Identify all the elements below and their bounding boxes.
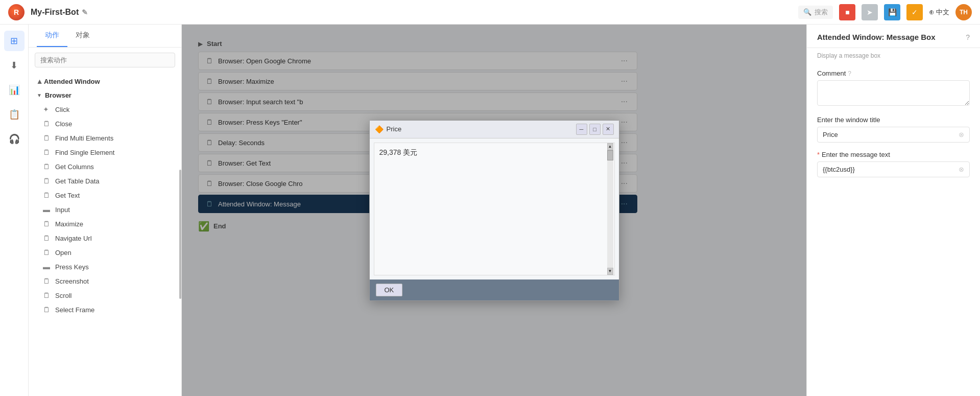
stop-button[interactable]: ■ xyxy=(839,4,855,20)
click-icon: ✦ xyxy=(43,105,51,113)
group-browser-header[interactable]: ▼ Browser xyxy=(29,88,181,102)
comment-textarea[interactable] xyxy=(817,80,970,106)
right-panel: Attended Window: Message Box ? Display a… xyxy=(806,25,980,396)
sidebar-item-grid[interactable]: ⊞ xyxy=(4,31,25,51)
action-get-table-data[interactable]: 🗒 Get Table Data xyxy=(29,174,181,188)
find-single-icon: 🗒 xyxy=(43,148,51,156)
tab-actions[interactable]: 动作 xyxy=(37,25,67,47)
comment-help-icon[interactable]: ? xyxy=(848,70,851,77)
action-select-frame[interactable]: 🗒 Select Frame xyxy=(29,302,181,317)
dialog-controls: ─ □ ✕ xyxy=(576,124,614,135)
dialog-scrollbar: ▲ ▼ xyxy=(607,143,613,275)
action-scroll[interactable]: 🗒 Scroll xyxy=(29,288,181,302)
send-button[interactable]: ➤ xyxy=(862,4,878,20)
press-keys-icon: ▬ xyxy=(43,263,51,271)
get-table-icon: 🗒 xyxy=(43,177,51,185)
edit-title-icon[interactable]: ✎ xyxy=(82,8,88,16)
message-text-input[interactable]: {{btc2usd}} ⊗ xyxy=(817,161,970,177)
open-icon: 🗒 xyxy=(43,248,51,257)
dialog-maximize-button[interactable]: □ xyxy=(589,124,601,135)
window-title-label: Enter the window title xyxy=(817,116,970,124)
expand-arrow-icon: ▼ xyxy=(37,92,42,98)
action-screenshot[interactable]: 🗒 Screenshot xyxy=(29,274,181,288)
canvas-area: ▶ Start 🗒 Browser: Open Google Chrome ··… xyxy=(182,25,806,396)
dialog-overlay: 🔶 Price ─ □ ✕ 29,378 美元 ▲ xyxy=(182,25,806,396)
window-title-input[interactable]: Price ⊗ xyxy=(817,127,970,143)
dialog-content-text: 29,378 美元 xyxy=(379,148,418,156)
right-panel-title: Attended Window: Message Box xyxy=(817,33,936,41)
right-panel-body: Comment ? Enter the window title Price ⊗… xyxy=(807,63,980,396)
action-find-multi-elements[interactable]: 🗒 Find Multi Elements xyxy=(29,131,181,145)
right-panel-header: Attended Window: Message Box ? xyxy=(807,25,980,48)
message-text-clear-icon[interactable]: ⊗ xyxy=(959,166,964,173)
required-marker: * xyxy=(817,151,820,158)
get-text-icon: 🗒 xyxy=(43,191,51,199)
icon-sidebar: ⊞ ⬇ 📊 📋 🎧 xyxy=(0,25,29,396)
header-search[interactable]: 🔍 搜索 xyxy=(798,6,833,19)
group-attended-window: ▶ Attended Window xyxy=(29,75,181,88)
sidebar-item-download[interactable]: ⬇ xyxy=(4,55,25,76)
dialog-titlebar: 🔶 Price ─ □ ✕ xyxy=(370,121,619,138)
actions-panel: 动作 对象 ▶ Attended Window ▼ Browser ✦ Cl xyxy=(29,25,182,396)
window-title-field-group: Enter the window title Price ⊗ xyxy=(817,116,970,143)
action-open[interactable]: 🗒 Open xyxy=(29,245,181,260)
sidebar-item-headphone[interactable]: 🎧 xyxy=(4,129,25,149)
user-avatar[interactable]: TH xyxy=(955,4,972,20)
collapse-arrow-icon: ▶ xyxy=(36,80,42,84)
action-maximize[interactable]: 🗒 Maximize xyxy=(29,217,181,231)
check-button[interactable]: ✓ xyxy=(906,4,923,20)
maximize-icon: 🗒 xyxy=(43,220,51,228)
save-button[interactable]: 💾 xyxy=(884,4,900,20)
action-get-text[interactable]: 🗒 Get Text xyxy=(29,188,181,202)
sidebar-item-doc[interactable]: 📋 xyxy=(4,104,25,125)
dialog-scroll-up-button[interactable]: ▲ xyxy=(607,143,613,150)
select-frame-icon: 🗒 xyxy=(43,306,51,314)
group-browser: ▼ Browser ✦ Click 🗒 Close 🗒 Find Multi E… xyxy=(29,88,181,317)
app-header: R My-First-Bot ✎ 🔍 搜索 ■ ➤ 💾 ✓ ⊕ 中文 TH xyxy=(0,0,980,25)
comment-field-group: Comment ? xyxy=(817,69,970,108)
screenshot-icon: 🗒 xyxy=(43,277,51,285)
dialog-scroll-track xyxy=(607,150,613,268)
message-text-field-group: * Enter the message text {{btc2usd}} ⊗ xyxy=(817,151,970,177)
action-navigate-url[interactable]: 🗒 Navigate Url xyxy=(29,231,181,245)
close-icon: 🗒 xyxy=(43,120,51,128)
dialog-minimize-button[interactable]: ─ xyxy=(576,124,587,135)
dialog-ok-button[interactable]: OK xyxy=(376,284,403,296)
actions-list: ▶ Attended Window ▼ Browser ✦ Click 🗒 Cl… xyxy=(29,73,181,396)
tab-objects[interactable]: 对象 xyxy=(67,25,98,47)
find-multi-icon: 🗒 xyxy=(43,134,51,142)
action-get-columns[interactable]: 🗒 Get Columns xyxy=(29,159,181,174)
group-attended-window-header[interactable]: ▶ Attended Window xyxy=(29,75,181,88)
comment-label: Comment ? xyxy=(817,69,970,77)
action-press-keys[interactable]: ▬ Press Keys xyxy=(29,260,181,274)
action-close[interactable]: 🗒 Close xyxy=(29,117,181,131)
search-actions-input[interactable] xyxy=(35,53,175,67)
scroll-icon: 🗒 xyxy=(43,291,51,299)
window-title-clear-icon[interactable]: ⊗ xyxy=(959,131,964,138)
dialog-footer: OK xyxy=(370,279,619,300)
main-layout: ⊞ ⬇ 📊 📋 🎧 动作 对象 ▶ Attended Window ▼ xyxy=(0,25,980,396)
dialog-close-button[interactable]: ✕ xyxy=(603,124,614,135)
language-selector[interactable]: ⊕ 中文 xyxy=(929,8,949,17)
dialog-scroll-thumb[interactable] xyxy=(607,150,613,160)
action-find-single-element[interactable]: 🗒 Find Single Element xyxy=(29,145,181,159)
right-panel-help-icon[interactable]: ? xyxy=(966,33,970,41)
dialog-body: 29,378 美元 ▲ ▼ xyxy=(370,138,619,279)
search-icon: 🔍 xyxy=(803,8,811,16)
actions-tabs: 动作 对象 xyxy=(29,25,181,48)
action-click[interactable]: ✦ Click xyxy=(29,102,181,117)
sidebar-item-chart[interactable]: 📊 xyxy=(4,80,25,100)
dialog-title-icon: 🔶 xyxy=(375,125,384,133)
scrollbar-thumb[interactable] xyxy=(179,170,181,299)
get-columns-icon: 🗒 xyxy=(43,162,51,171)
message-text-label: * Enter the message text xyxy=(817,151,970,158)
app-title: My-First-Bot ✎ xyxy=(31,8,88,17)
dialog-scroll-down-button[interactable]: ▼ xyxy=(607,268,613,275)
dialog-content-area: 29,378 美元 ▲ ▼ xyxy=(374,143,615,275)
right-panel-subtitle: Display a message box xyxy=(807,48,980,63)
dialog-title: Price xyxy=(387,125,573,133)
action-input[interactable]: ▬ Input xyxy=(29,202,181,217)
input-icon: ▬ xyxy=(43,205,51,214)
app-logo: R xyxy=(8,4,25,20)
navigate-icon: 🗒 xyxy=(43,234,51,242)
